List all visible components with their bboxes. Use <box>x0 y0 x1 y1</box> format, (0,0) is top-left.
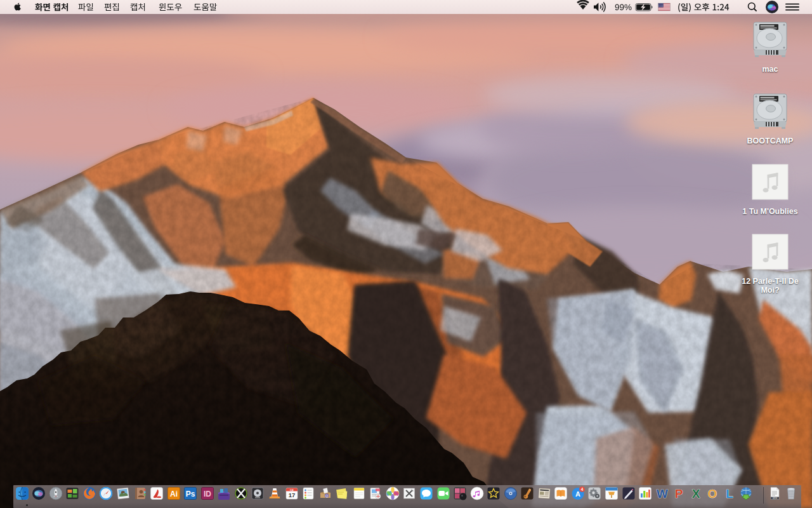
svg-text:X: X <box>691 487 700 500</box>
svg-text:A: A <box>575 490 580 498</box>
svg-text:17: 17 <box>288 491 295 498</box>
svg-text:Ai: Ai <box>170 490 178 498</box>
svg-text:RTF: RTF <box>773 497 777 500</box>
svg-text:Ps: Ps <box>186 490 195 498</box>
svg-text:L: L <box>726 487 733 500</box>
svg-text:Q: Q <box>325 494 328 498</box>
svg-text:P: P <box>675 487 683 500</box>
svg-text:O: O <box>708 487 717 500</box>
svg-text:W: W <box>657 487 668 500</box>
svg-text:6월: 6월 <box>289 488 293 491</box>
svg-text:ID: ID <box>204 490 211 498</box>
svg-text:4: 4 <box>581 487 584 491</box>
